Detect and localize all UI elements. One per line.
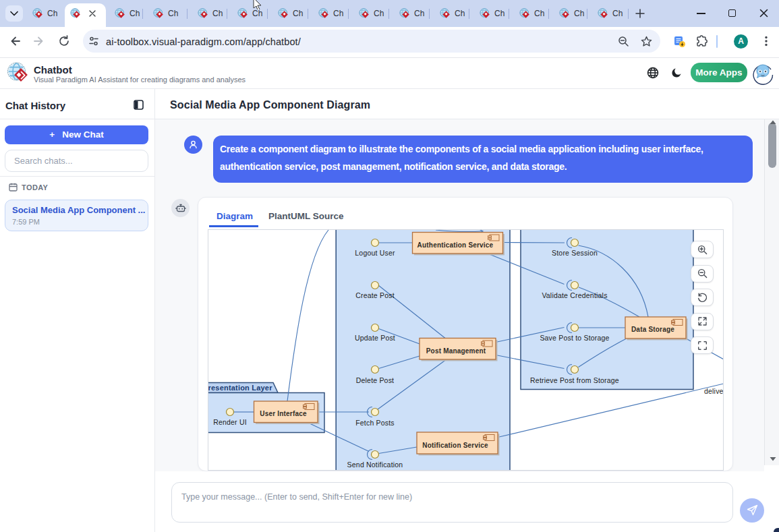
svg-text:delivers notification: delivers notification bbox=[704, 387, 724, 395]
svg-text:Post Management: Post Management bbox=[426, 347, 486, 355]
svg-text:Validate Credentials: Validate Credentials bbox=[542, 291, 607, 299]
svg-text:User Interface: User Interface bbox=[260, 410, 307, 417]
svg-text:Render UI: Render UI bbox=[213, 418, 247, 426]
svg-text:Logout User: Logout User bbox=[355, 249, 395, 257]
svg-text:Data Storage: Data Storage bbox=[631, 326, 674, 333]
svg-text:Fetch Posts: Fetch Posts bbox=[355, 419, 395, 427]
svg-text:Authentication Service: Authentication Service bbox=[417, 241, 494, 249]
svg-text:Store Session: Store Session bbox=[552, 249, 598, 257]
svg-text:Save Post to Storage: Save Post to Storage bbox=[540, 334, 609, 342]
svg-text:Notification Service: Notification Service bbox=[422, 442, 488, 449]
svg-text:Create Post: Create Post bbox=[355, 291, 395, 299]
svg-text:Retrieve Post from Storage: Retrieve Post from Storage bbox=[530, 376, 619, 384]
svg-text:Send Notification: Send Notification bbox=[347, 461, 403, 469]
svg-text:Presentation Layer: Presentation Layer bbox=[208, 384, 272, 392]
svg-text:Update Post: Update Post bbox=[355, 334, 395, 342]
svg-text:Delete Post: Delete Post bbox=[356, 376, 394, 384]
